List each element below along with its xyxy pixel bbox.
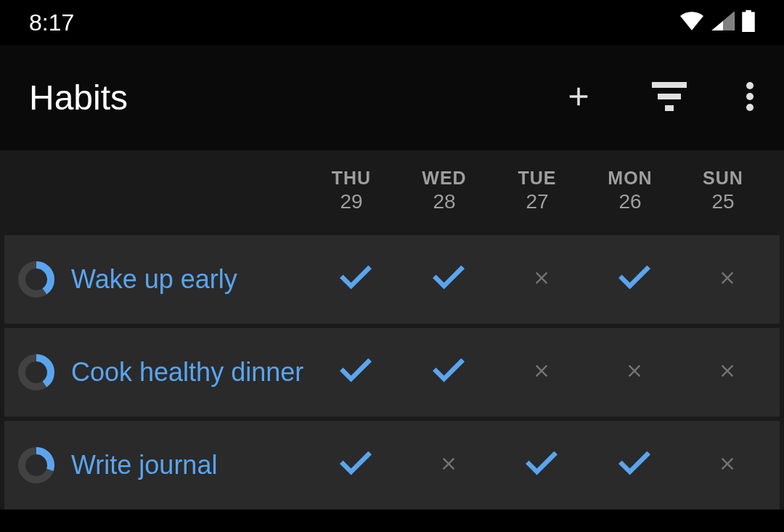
progress-ring-icon bbox=[17, 446, 55, 484]
habit-mark[interactable] bbox=[681, 454, 774, 477]
svg-rect-0 bbox=[652, 82, 687, 88]
habit-row[interactable]: Write journal bbox=[4, 421, 780, 510]
add-button[interactable] bbox=[563, 81, 594, 114]
habit-row[interactable]: Wake up early bbox=[4, 235, 780, 324]
day-col: MON26 bbox=[584, 168, 677, 213]
habit-mark[interactable] bbox=[309, 266, 402, 293]
habit-row[interactable]: Cook healthy dinner bbox=[4, 328, 780, 417]
cross-icon bbox=[438, 454, 459, 477]
svg-rect-1 bbox=[658, 94, 681, 99]
day-number: 28 bbox=[398, 190, 491, 213]
day-label: TUE bbox=[491, 168, 584, 189]
filter-button[interactable] bbox=[652, 82, 687, 113]
day-label: MON bbox=[584, 168, 677, 189]
cross-icon bbox=[717, 268, 738, 291]
wifi-icon bbox=[679, 12, 704, 33]
habit-mark[interactable] bbox=[402, 359, 495, 386]
habit-mark[interactable] bbox=[681, 361, 774, 384]
habit-info: Write journal bbox=[4, 446, 309, 484]
check-icon bbox=[433, 359, 465, 386]
status-icons bbox=[679, 10, 755, 35]
check-icon bbox=[340, 266, 372, 293]
svg-rect-2 bbox=[665, 105, 674, 111]
cross-icon bbox=[531, 268, 552, 291]
svg-point-4 bbox=[746, 93, 754, 100]
habit-mark[interactable] bbox=[309, 359, 402, 386]
habit-mark[interactable] bbox=[495, 361, 588, 384]
habit-name: Wake up early bbox=[71, 264, 237, 295]
habit-mark[interactable] bbox=[495, 451, 588, 479]
progress-ring-icon bbox=[17, 353, 55, 391]
day-col: SUN25 bbox=[677, 168, 769, 213]
svg-point-3 bbox=[746, 82, 754, 89]
day-number: 29 bbox=[305, 190, 398, 213]
page-title: Habits bbox=[29, 78, 128, 118]
day-number: 25 bbox=[677, 190, 769, 213]
day-col: TUE27 bbox=[491, 168, 584, 213]
svg-point-5 bbox=[746, 104, 754, 111]
more-vert-icon bbox=[745, 82, 755, 113]
day-col: WED28 bbox=[398, 168, 491, 213]
habit-mark[interactable] bbox=[402, 266, 495, 293]
habit-info: Cook healthy dinner bbox=[4, 353, 309, 391]
habit-mark[interactable] bbox=[309, 451, 402, 479]
day-label: SUN bbox=[677, 168, 769, 189]
check-icon bbox=[340, 451, 372, 479]
cross-icon bbox=[717, 361, 738, 384]
status-bar: 8:17 bbox=[0, 0, 784, 45]
check-icon bbox=[433, 266, 465, 293]
day-label: WED bbox=[398, 168, 491, 189]
cellular-icon bbox=[711, 12, 735, 33]
day-col: THU29 bbox=[305, 168, 398, 213]
days-header: THU29WED28TUE27MON26SUN25 bbox=[0, 150, 784, 231]
habit-mark[interactable] bbox=[588, 266, 681, 293]
habit-name: Write journal bbox=[71, 450, 217, 480]
habit-mark[interactable] bbox=[402, 454, 495, 477]
check-icon bbox=[340, 359, 372, 386]
progress-ring-icon bbox=[17, 261, 55, 298]
habit-mark[interactable] bbox=[495, 268, 588, 291]
app-bar-actions bbox=[563, 81, 755, 114]
day-number: 26 bbox=[584, 190, 677, 213]
check-icon bbox=[526, 451, 558, 479]
status-time: 8:17 bbox=[29, 9, 74, 36]
app-bar: Habits bbox=[0, 45, 784, 150]
filter-icon bbox=[652, 82, 687, 113]
content: THU29WED28TUE27MON26SUN25 Wake up earlyC… bbox=[0, 150, 784, 510]
more-button[interactable] bbox=[745, 82, 755, 113]
habit-name: Cook healthy dinner bbox=[71, 357, 303, 388]
check-icon bbox=[618, 451, 650, 479]
plus-icon bbox=[563, 81, 594, 114]
cross-icon bbox=[624, 361, 645, 384]
habit-info: Wake up early bbox=[4, 261, 309, 298]
cross-icon bbox=[717, 454, 738, 477]
day-label: THU bbox=[305, 168, 398, 189]
habit-mark[interactable] bbox=[588, 361, 681, 384]
cross-icon bbox=[531, 361, 552, 384]
check-icon bbox=[618, 266, 650, 293]
day-number: 27 bbox=[491, 190, 584, 213]
battery-icon bbox=[742, 10, 755, 35]
habit-mark[interactable] bbox=[588, 451, 681, 479]
habit-mark[interactable] bbox=[681, 268, 774, 291]
